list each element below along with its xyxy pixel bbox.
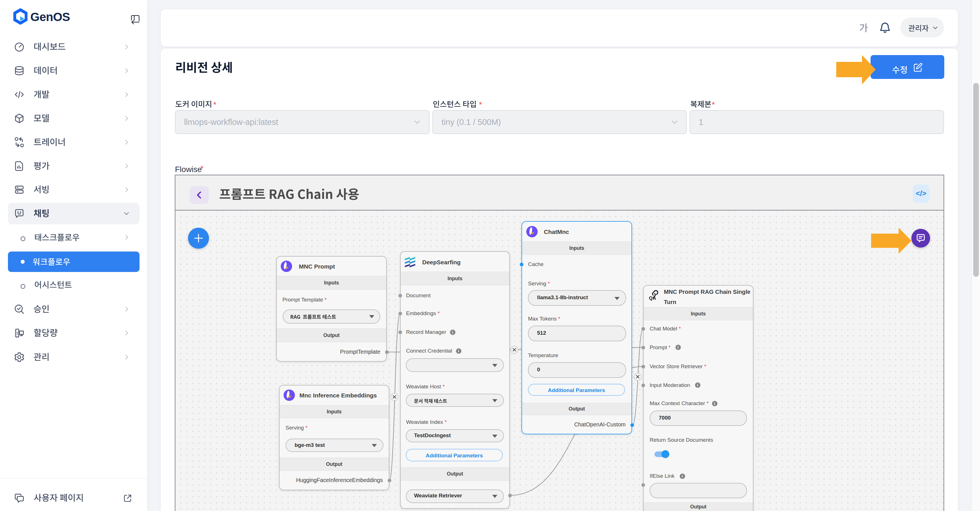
svg-text:QA: QA bbox=[649, 295, 656, 301]
